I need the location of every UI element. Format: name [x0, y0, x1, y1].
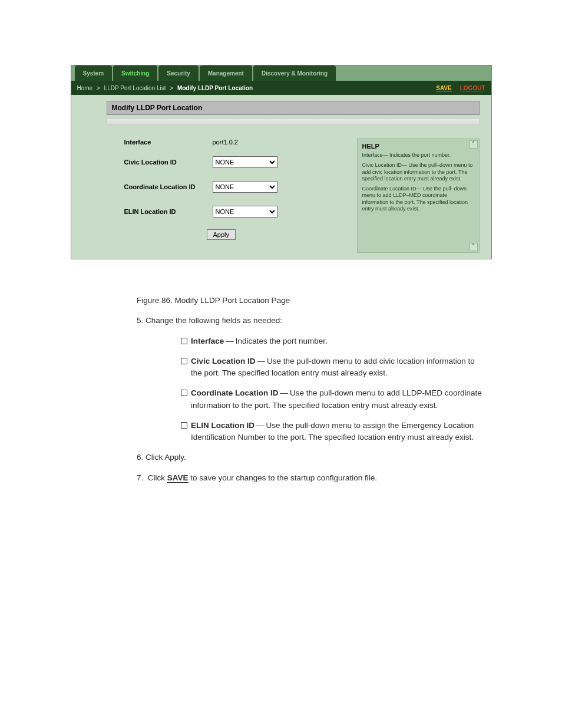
- elin-location-select[interactable]: NONE: [213, 206, 277, 218]
- civic-location-select[interactable]: NONE: [213, 156, 277, 168]
- nav-tab-security[interactable]: Security: [158, 65, 198, 81]
- panel-strip: [107, 118, 480, 124]
- bullet-coordinate: Coordinate Location ID—Use the pull-down…: [160, 387, 487, 411]
- logout-link[interactable]: LOGOUT: [460, 85, 485, 91]
- panel-title: Modify LLDP Port Location: [107, 101, 480, 115]
- help-interface: Interface— Indicates the port number.: [362, 152, 474, 159]
- breadcrumb-sep: >: [95, 85, 101, 91]
- bullet-interface: Interface—Indicates the port number.: [160, 335, 487, 347]
- help-coordinate: Coordinate Location ID— Use the pull–dow…: [362, 186, 474, 212]
- help-panel: ˄ HELP Interface— Indicates the port num…: [357, 139, 480, 253]
- main-panel: Modify LLDP Port Location Interface port…: [107, 101, 480, 253]
- nav-tab-switching[interactable]: Switching: [113, 65, 157, 81]
- elin-location-label: ELIN Location ID: [124, 208, 207, 215]
- interface-value: port1.0.2: [213, 139, 238, 146]
- help-civic: Civic Location ID— Use the pull–down men…: [362, 162, 474, 182]
- app-window: System Switching Security Management Dis…: [71, 65, 492, 259]
- step-5: 5. Change the following fields as needed…: [137, 315, 487, 327]
- civic-location-label: Civic Location ID: [124, 159, 207, 166]
- step-7: 7. Click SAVE to save your changes to th…: [137, 472, 487, 484]
- breadcrumb-sep: >: [168, 85, 174, 91]
- scroll-up-icon[interactable]: ˄: [470, 140, 478, 149]
- breadcrumb-bar: Home > LLDP Port Location List > Modify …: [71, 81, 491, 95]
- nav-tab-system[interactable]: System: [75, 65, 113, 81]
- save-link[interactable]: SAVE: [436, 85, 452, 91]
- apply-button[interactable]: Apply: [207, 229, 236, 240]
- document-body: Figure 86. Modify LLDP Port Location Pag…: [160, 295, 487, 484]
- coordinate-location-select[interactable]: NONE: [213, 181, 277, 193]
- top-nav: System Switching Security Management Dis…: [71, 65, 491, 81]
- nav-tab-management[interactable]: Management: [200, 65, 252, 81]
- step-6: 6. Click Apply.: [137, 452, 487, 463]
- bullet-elin: ELIN Location ID—Use the pull-down menu …: [160, 420, 487, 444]
- coordinate-location-label: Coordinate Location ID: [124, 183, 207, 190]
- scroll-down-icon[interactable]: ˅: [470, 243, 478, 251]
- breadcrumb-home[interactable]: Home: [77, 85, 93, 91]
- figure-caption: Figure 86. Modify LLDP Port Location Pag…: [137, 295, 487, 307]
- interface-label: Interface: [124, 139, 207, 146]
- bullet-civic: Civic Location ID—Use the pull-down menu…: [160, 355, 487, 380]
- help-title: HELP: [362, 143, 474, 150]
- breadcrumb-current: Modify LLDP Port Location: [177, 85, 253, 91]
- breadcrumb-list[interactable]: LLDP Port Location List: [104, 85, 166, 91]
- nav-tab-discovery[interactable]: Discovery & Monitoring: [253, 65, 336, 81]
